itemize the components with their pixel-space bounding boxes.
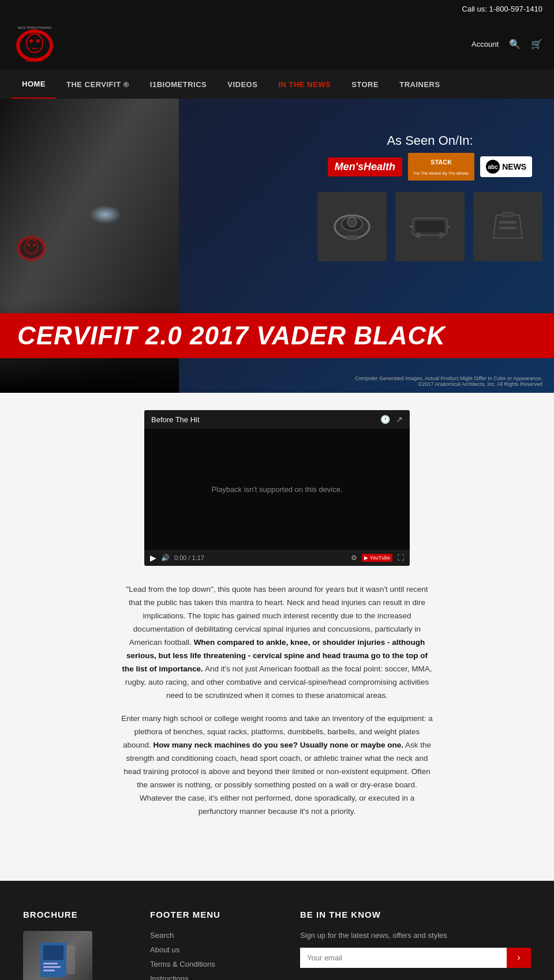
video-fullscreen-icon[interactable]: ⛶ xyxy=(397,554,404,562)
video-time: 0:00 / 1:17 xyxy=(174,554,204,561)
video-controls: ▶ 🔊 0:00 / 1:17 ⚙ ▶ YouTube ⛶ xyxy=(144,550,410,566)
footer-know-subtext: Sign up for the latest news, offers and … xyxy=(300,931,531,940)
svg-rect-28 xyxy=(43,966,61,968)
svg-point-18 xyxy=(415,232,421,238)
svg-point-8 xyxy=(20,239,43,259)
brochure-image[interactable] xyxy=(23,931,92,980)
article-p2-end: Ask the strength and conditioning coach,… xyxy=(123,741,431,816)
footer-know-heading: BE IN THE KNOW xyxy=(300,910,531,919)
mens-health-logo: Men'sHealth xyxy=(328,157,402,177)
hero-disclaimer: Computer Generated Images, Actual Produc… xyxy=(355,376,542,387)
cervifit-logo: CERVIFIT NECK STRENGTHENING xyxy=(12,24,58,64)
phone-label: Call us: 1-800-597-1410 xyxy=(462,5,542,13)
footer-link-about[interactable]: About us xyxy=(150,945,277,954)
product-img-1 xyxy=(317,192,387,261)
stack-logo: STACK For The Athlete By The Athlete xyxy=(408,153,474,181)
cervifit-watermark xyxy=(13,231,53,265)
hero-title: CERVIFIT 2.0 2017 VADER BLACK xyxy=(17,321,537,350)
nav-home[interactable]: HOME xyxy=(12,70,56,99)
article-paragraph-2: Enter many high school or college weight… xyxy=(121,712,433,818)
svg-rect-17 xyxy=(415,221,444,232)
hero-right-content: As Seen On/In: Men'sHealth STACK For The… xyxy=(317,133,542,267)
svg-rect-22 xyxy=(499,221,516,224)
footer: BROCHURE FOOTER MENU Search About us Ter… xyxy=(0,881,554,980)
svg-rect-26 xyxy=(43,945,63,960)
svg-point-1 xyxy=(20,33,50,58)
logo-area[interactable]: CERVIFIT NECK STRENGTHENING xyxy=(12,24,58,64)
svg-point-14 xyxy=(347,217,357,227)
footer-link-instructions[interactable]: Instructions xyxy=(150,974,277,980)
video-container: Before The Hit 🕐 ↗ Playback isn't suppor… xyxy=(144,410,410,566)
top-bar: Call us: 1-800-597-1410 xyxy=(0,0,554,18)
hero-title-bar: CERVIFIT 2.0 2017 VADER BLACK xyxy=(0,313,554,358)
video-title-bar: Before The Hit 🕐 ↗ xyxy=(144,410,410,429)
video-volume-icon[interactable]: 🔊 xyxy=(161,554,170,562)
article-text: "Lead from the top down", this quote has… xyxy=(121,583,433,818)
brand-logos: Men'sHealth STACK For The Athlete By The… xyxy=(317,153,542,181)
product-img-2 xyxy=(395,192,465,261)
video-play-button[interactable]: ▶ xyxy=(150,553,156,562)
cart-icon[interactable]: 🛒 xyxy=(531,39,542,50)
footer-brochure-heading: BROCHURE xyxy=(23,910,127,919)
svg-point-4 xyxy=(36,39,40,43)
nav-i1biometrics[interactable]: I1BIOMETRICS xyxy=(140,71,217,98)
video-history-icon[interactable]: 🕐 xyxy=(380,415,390,424)
article-p2-bold: How many neck machines do you see? Usual… xyxy=(153,741,403,749)
product-images xyxy=(317,192,542,261)
video-youtube-icon[interactable]: ▶ YouTube xyxy=(362,554,392,562)
svg-point-11 xyxy=(33,243,36,246)
hero-banner: As Seen On/In: Men'sHealth STACK For The… xyxy=(0,99,554,393)
footer-know-col: BE IN THE KNOW Sign up for the latest ne… xyxy=(300,910,531,980)
svg-text:CERVIFIT: CERVIFIT xyxy=(25,58,44,62)
footer-brochure-col: BROCHURE xyxy=(23,910,127,980)
video-icons: 🕐 ↗ xyxy=(380,415,403,424)
svg-point-3 xyxy=(29,39,33,43)
svg-rect-27 xyxy=(43,963,58,964)
svg-text:NECK STRENGTHENING: NECK STRENGTHENING xyxy=(18,26,52,29)
video-frame: Playback isn't supported on this device. xyxy=(144,429,410,550)
nav-trainers[interactable]: TRAINERS xyxy=(389,71,450,98)
as-seen-text: As Seen On/In: xyxy=(317,133,542,148)
svg-rect-24 xyxy=(502,212,514,217)
video-settings-icon[interactable]: ⚙ xyxy=(351,554,357,562)
main-content: Before The Hit 🕐 ↗ Playback isn't suppor… xyxy=(0,393,554,846)
svg-rect-29 xyxy=(43,970,55,971)
account-link[interactable]: Account xyxy=(471,40,499,48)
nav-videos[interactable]: VIDEOS xyxy=(217,71,268,98)
footer-menu-heading: FOOTER MENU xyxy=(150,910,277,919)
footer-top: BROCHURE FOOTER MENU Search About us Ter… xyxy=(23,910,531,980)
video-share-icon[interactable]: ↗ xyxy=(396,415,403,424)
footer-menu-col: FOOTER MENU Search About us Terms & Cond… xyxy=(150,910,277,980)
email-signup-form: › xyxy=(300,948,531,968)
search-icon[interactable]: 🔍 xyxy=(509,39,521,50)
svg-rect-15 xyxy=(346,235,358,240)
header: CERVIFIT NECK STRENGTHENING Account 🔍 🛒 xyxy=(0,18,554,70)
disclaimer-line2: ©2017 Anatomical Architects, Inc. All Ri… xyxy=(355,381,542,387)
email-submit-button[interactable]: › xyxy=(507,948,531,968)
nav-store[interactable]: STORE xyxy=(341,71,389,98)
article-paragraph-1: "Lead from the top down", this quote has… xyxy=(121,583,433,702)
svg-point-10 xyxy=(27,243,30,246)
main-nav: HOME THE CERVIFIT ® I1BIOMETRICS VIDEOS … xyxy=(0,70,554,99)
disclaimer-line1: Computer Generated Images, Actual Produc… xyxy=(355,376,542,381)
video-title: Before The Hit xyxy=(151,415,200,424)
svg-rect-23 xyxy=(499,227,516,230)
product-img-3 xyxy=(473,192,542,261)
footer-link-terms[interactable]: Terms & Conditions xyxy=(150,960,277,968)
svg-point-19 xyxy=(439,232,444,238)
svg-rect-30 xyxy=(66,945,75,974)
nav-cervifit[interactable]: THE CERVIFIT ® xyxy=(56,71,140,98)
video-playback-message: Playback isn't supported on this device. xyxy=(211,485,342,494)
footer-link-search[interactable]: Search xyxy=(150,931,277,940)
article-p1-start: "Lead from the top down", this quote has… xyxy=(126,585,428,647)
nav-in-the-news[interactable]: IN THE NEWS xyxy=(268,71,341,98)
email-input[interactable] xyxy=(300,948,507,968)
abc-news-logo: abc NEWS xyxy=(480,156,532,177)
header-right: Account 🔍 🛒 xyxy=(471,39,542,50)
